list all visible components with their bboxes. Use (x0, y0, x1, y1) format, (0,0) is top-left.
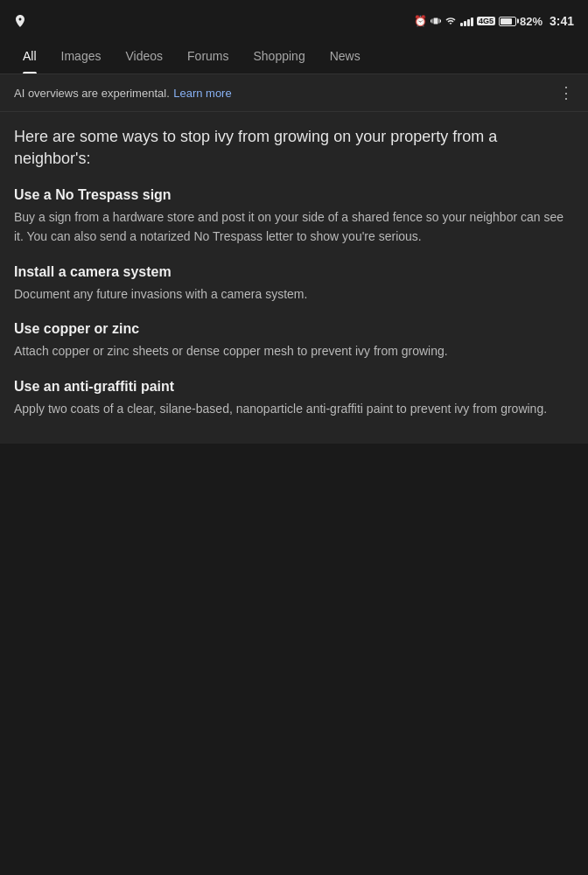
ai-banner-message: AI overviews are experimental. Learn mor… (14, 85, 232, 101)
tab-news[interactable]: News (318, 38, 373, 74)
ai-section-4-title: Use an anti-graffiti paint (14, 379, 574, 395)
ai-section-1-title: Use a No Trespass sign (14, 187, 574, 203)
ai-learn-more-link[interactable]: Learn more (173, 87, 231, 100)
ai-section-2-title: Install a camera system (14, 264, 574, 280)
network-type: 4G5 (477, 17, 495, 25)
tab-images[interactable]: Images (49, 38, 114, 74)
wifi-icon (444, 16, 457, 26)
signal-bars (460, 16, 473, 26)
ai-section-2: Install a camera system Document any fut… (14, 264, 574, 304)
nav-tabs: All Images Videos Forums Shopping News (0, 38, 588, 74)
tab-shopping[interactable]: Shopping (242, 38, 318, 74)
tab-all[interactable]: All (10, 38, 49, 74)
more-options-button[interactable]: ⋮ (558, 83, 574, 102)
main-content: AI overviews are experimental. Learn mor… (0, 74, 588, 444)
ai-section-2-body: Document any future invasions with a cam… (14, 285, 574, 304)
time-display: 3:41 (550, 14, 574, 28)
tab-forums[interactable]: Forums (175, 38, 241, 74)
status-left (14, 14, 26, 28)
ai-section-4-body: Apply two coats of a clear, silane-based… (14, 400, 574, 419)
alarm-icon: ⏰ (414, 15, 427, 27)
ai-banner-static-text: AI overviews are experimental. (14, 87, 170, 100)
status-right: ⏰ 4G5 82% 3:41 (414, 14, 574, 28)
ai-section-3-body: Attach copper or zinc sheets or dense co… (14, 342, 574, 361)
ai-section-3-title: Use copper or zinc (14, 321, 574, 337)
location-icon (14, 14, 26, 28)
ai-overview-content: Here are some ways to stop ivy from grow… (0, 112, 588, 444)
ai-section-1-body: Buy a sign from a hardware store and pos… (14, 208, 574, 246)
ai-section-4: Use an anti-graffiti paint Apply two coa… (14, 379, 574, 419)
battery-percentage: 82% (520, 15, 542, 28)
ai-section-3: Use copper or zinc Attach copper or zinc… (14, 321, 574, 361)
ai-section-1: Use a No Trespass sign Buy a sign from a… (14, 187, 574, 246)
tab-videos[interactable]: Videos (113, 38, 175, 74)
ai-banner: AI overviews are experimental. Learn mor… (0, 74, 588, 112)
battery-icon (499, 17, 516, 26)
status-bar: ⏰ 4G5 82% 3:41 (0, 0, 588, 38)
vibrate-icon (430, 15, 441, 27)
ai-intro-text: Here are some ways to stop ivy from grow… (14, 126, 574, 170)
